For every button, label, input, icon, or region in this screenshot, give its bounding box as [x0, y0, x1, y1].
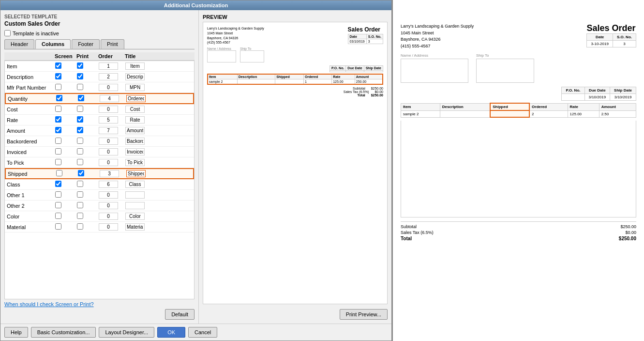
col-title-input-2[interactable]	[125, 84, 145, 91]
col-order-input-15[interactable]	[99, 223, 118, 231]
col-screen-cb-15[interactable]	[55, 223, 61, 230]
col-print-cb-11[interactable]	[77, 181, 83, 187]
col-screen-cb-4[interactable]	[55, 106, 61, 112]
rp-ship-date-value: 3/10/2019	[610, 94, 636, 101]
col-header-title: Title	[125, 53, 193, 59]
col-title-input-6[interactable]	[125, 127, 145, 134]
col-print-cb-5[interactable]	[77, 116, 83, 123]
col-title-input-3[interactable]	[126, 95, 146, 102]
rp-address1: 1045 Main Street	[401, 30, 474, 37]
default-button[interactable]: Default	[165, 309, 195, 320]
preview-td-2	[275, 79, 304, 85]
col-screen-cb-3[interactable]	[56, 95, 62, 101]
rp-td-3: 2	[529, 110, 568, 117]
preview-phone: (415) 555-4567	[207, 40, 264, 45]
col-order-input-0[interactable]	[99, 62, 118, 70]
col-title-input-7[interactable]	[125, 138, 145, 145]
tab-footer[interactable]: Footer	[72, 39, 100, 49]
rp-address2: Bayshore, CA 94326	[401, 36, 474, 43]
column-headers: Screen Print Order Title	[4, 52, 195, 61]
col-order-input-1[interactable]	[99, 73, 118, 80]
tab-columns[interactable]: Columns	[35, 39, 71, 49]
col-title-input-0[interactable]	[125, 62, 145, 70]
col-title-input-10[interactable]	[126, 170, 146, 177]
rp-total-row: Total $250.00	[401, 235, 636, 242]
col-screen-cb-9[interactable]	[55, 159, 61, 165]
col-title-input-4[interactable]	[125, 106, 145, 113]
col-title-input-8[interactable]	[125, 148, 145, 155]
col-title-input-11[interactable]	[125, 181, 145, 188]
col-screen-cb-5[interactable]	[55, 116, 61, 123]
col-print-cb-15[interactable]	[77, 223, 83, 230]
col-print-cb-2[interactable]	[77, 84, 83, 90]
ok-button[interactable]: OK	[157, 327, 185, 338]
col-print-cb-12[interactable]	[77, 191, 83, 198]
column-row-other-1: Other 1	[5, 190, 194, 201]
col-screen-cb-14[interactable]	[55, 213, 61, 219]
col-title-input-5[interactable]	[125, 116, 145, 124]
col-screen-cb-2[interactable]	[55, 84, 61, 90]
col-order-input-7[interactable]	[99, 138, 118, 145]
col-title-input-15[interactable]	[125, 223, 145, 231]
help-button[interactable]: Help	[4, 327, 28, 338]
col-title-input-13[interactable]	[125, 202, 145, 209]
col-print-cb-9[interactable]	[77, 159, 83, 165]
rp-th-amount: Amount	[599, 103, 636, 110]
basic-customization-button[interactable]: Basic Customization...	[31, 327, 96, 338]
col-screen-cb-11[interactable]	[55, 181, 61, 187]
screen-print-help-link[interactable]: When should I check Screen or Print?	[4, 301, 195, 307]
layout-designer-button[interactable]: Layout Designer...	[99, 327, 154, 338]
col-title-input-1[interactable]	[125, 73, 145, 80]
col-screen-cb-0[interactable]	[55, 62, 61, 69]
tab-header[interactable]: Header	[4, 39, 34, 49]
col-name-14: Color	[7, 214, 55, 219]
col-screen-cb-6[interactable]	[55, 127, 61, 133]
col-screen-cb-10[interactable]	[56, 170, 62, 176]
col-print-cb-8[interactable]	[77, 148, 83, 155]
col-print-cb-14[interactable]	[77, 213, 83, 219]
tab-print[interactable]: Print	[101, 39, 124, 49]
col-title-input-12[interactable]	[125, 191, 145, 199]
col-header-print: Print	[76, 53, 98, 59]
col-print-cb-7[interactable]	[77, 138, 83, 144]
col-print-cb-10[interactable]	[78, 170, 84, 176]
column-row-item: Item	[5, 61, 194, 72]
col-order-input-11[interactable]	[99, 181, 118, 188]
col-screen-cb-12[interactable]	[55, 191, 61, 198]
preview-ship-to: Ship To	[240, 47, 264, 62]
col-order-input-13[interactable]	[99, 202, 118, 209]
preview-address-row: Name / Address Ship To	[207, 47, 383, 62]
rp-td-4: 125.00	[568, 110, 599, 117]
col-order-input-2[interactable]	[99, 84, 118, 91]
col-print-cb-3[interactable]	[78, 95, 84, 101]
col-order-input-14[interactable]	[99, 213, 118, 220]
col-order-input-9[interactable]	[99, 159, 118, 166]
rp-items-empty-area	[401, 121, 636, 217]
col-title-input-14[interactable]	[125, 213, 145, 220]
col-screen-cb-7[interactable]	[55, 138, 61, 144]
preview-items-table: ItemDescriptionShippedOrderedRateAmount …	[207, 74, 383, 85]
col-order-input-12[interactable]	[99, 191, 118, 199]
col-print-cb-13[interactable]	[77, 202, 83, 208]
col-screen-cb-13[interactable]	[55, 202, 61, 208]
col-title-input-9[interactable]	[125, 159, 145, 166]
preview-subtotal-value: $250.00	[371, 87, 383, 90]
preview-th-shipped: Shipped	[275, 74, 304, 79]
col-print-cb-1[interactable]	[77, 73, 83, 79]
col-order-input-5[interactable]	[99, 116, 118, 124]
template-inactive-checkbox[interactable]	[4, 30, 11, 36]
rp-due-date-label: Due Date	[584, 87, 610, 94]
col-order-input-4[interactable]	[99, 106, 118, 113]
col-screen-cb-8[interactable]	[55, 148, 61, 155]
cancel-button[interactable]: Cancel	[188, 327, 217, 338]
col-order-input-10[interactable]	[100, 170, 119, 177]
col-order-input-3[interactable]	[100, 95, 119, 102]
col-order-input-6[interactable]	[99, 127, 118, 134]
col-print-cb-4[interactable]	[77, 106, 83, 112]
print-preview-button[interactable]: Print Preview...	[340, 309, 388, 320]
col-order-input-8[interactable]	[99, 148, 118, 155]
column-row-color: Color	[5, 211, 194, 222]
col-print-cb-0[interactable]	[77, 62, 83, 69]
col-screen-cb-1[interactable]	[55, 73, 61, 79]
col-print-cb-6[interactable]	[77, 127, 83, 133]
